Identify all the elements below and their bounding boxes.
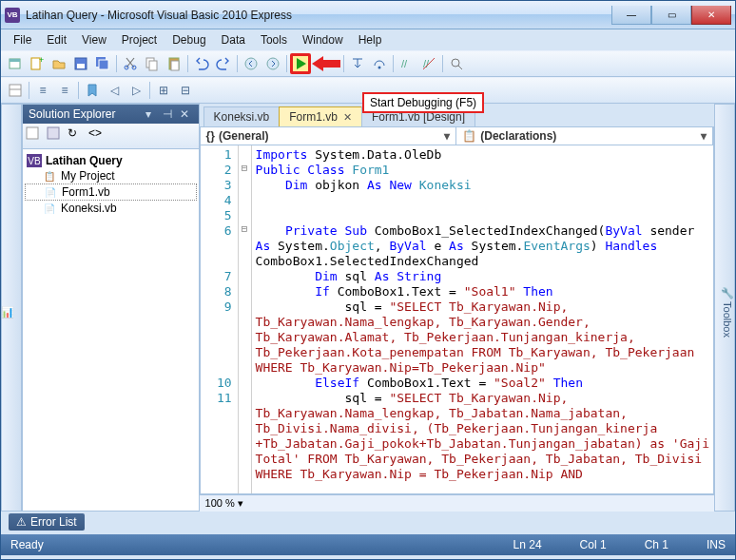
status-line: Ln 24 — [513, 538, 542, 551]
step-over-icon[interactable] — [369, 53, 390, 74]
panel-close-icon[interactable]: ✕ — [180, 107, 193, 121]
redo-icon[interactable] — [213, 53, 234, 74]
menu-help[interactable]: Help — [352, 31, 389, 48]
panel-dropdown-icon[interactable]: ▾ — [145, 107, 159, 121]
comment-icon[interactable]: // — [397, 53, 417, 74]
solution-explorer: Solution Explorer ▾ ⊣ ✕ ↻ <> VB Latihan … — [22, 104, 200, 512]
start-debug-button[interactable] — [290, 53, 311, 74]
new-project-icon[interactable] — [5, 53, 26, 74]
panel-title: Solution Explorer — [29, 107, 115, 121]
status-ins: INS — [707, 538, 726, 551]
code-text[interactable]: Imports System.Data.OleDb Public Class F… — [252, 145, 713, 493]
status-ch: Ch 1 — [645, 538, 668, 551]
status-col: Col 1 — [580, 538, 607, 551]
outdent-icon[interactable]: ≡ — [54, 80, 75, 101]
menu-file[interactable]: File — [7, 31, 38, 48]
form-icon: 📄 — [43, 185, 58, 199]
statusbar: Ready Ln 24 Col 1 Ch 1 INS — [1, 534, 735, 555]
start-debug-tooltip: Start Debugging (F5) — [362, 92, 484, 113]
tree-item-myproject[interactable]: 📋 My Project — [25, 168, 197, 183]
add-item-icon[interactable]: + — [27, 53, 48, 74]
editor-zone: Koneksi.vb Form1.vb✕ Form1.vb [Design] {… — [200, 104, 714, 512]
svg-rect-24 — [10, 85, 21, 96]
scope-combo-left[interactable]: {} (General)▾ — [201, 127, 457, 145]
refresh-icon[interactable]: ↻ — [68, 126, 87, 145]
menu-data[interactable]: Data — [215, 31, 252, 48]
tree-item-form1[interactable]: 📄 Form1.vb — [25, 183, 197, 201]
minimize-button[interactable]: — — [611, 6, 651, 25]
svg-rect-27 — [48, 127, 59, 139]
toggle-icon[interactable]: ⊞ — [153, 80, 174, 101]
svg-point-14 — [245, 58, 257, 69]
uncomment-icon[interactable]: // — [418, 53, 439, 74]
toggle2-icon[interactable]: ⊟ — [175, 80, 196, 101]
svg-rect-1 — [10, 59, 20, 62]
zoom-indicator[interactable]: 100 % ▾ — [200, 494, 714, 512]
svg-rect-5 — [77, 64, 85, 68]
vb-project-icon: VB — [27, 154, 42, 167]
svg-rect-11 — [149, 61, 157, 70]
tab-form1[interactable]: Form1.vb✕ — [279, 106, 362, 126]
view-code-icon[interactable]: <> — [88, 126, 107, 145]
undo-icon[interactable] — [191, 53, 212, 74]
vb-file-icon: 📄 — [42, 202, 57, 215]
step-into-icon[interactable] — [347, 53, 368, 74]
error-icon: ⚠ — [16, 515, 27, 529]
svg-text:+: + — [39, 56, 44, 65]
menu-debug[interactable]: Debug — [165, 31, 212, 48]
bookmark-prev-icon[interactable]: ◁ — [104, 80, 125, 101]
nav-back-icon[interactable] — [241, 53, 261, 74]
menu-edit[interactable]: Edit — [40, 31, 73, 48]
svg-rect-13 — [171, 61, 179, 70]
outline-gutter[interactable]: ⊟ ⊟ — [239, 145, 252, 493]
paste-icon[interactable] — [164, 53, 184, 74]
menu-window[interactable]: Window — [296, 31, 350, 48]
menubar: File Edit View Project Debug Data Tools … — [1, 29, 735, 50]
error-list-tab[interactable]: ⚠ Error List — [9, 513, 85, 531]
bookmark-icon[interactable] — [82, 80, 103, 101]
save-all-icon[interactable] — [92, 53, 113, 74]
maximize-button[interactable]: ▭ — [651, 6, 691, 25]
code-editor[interactable]: 123456 789 1011 ⊟ ⊟ Imports System.Data.… — [200, 145, 714, 494]
tree-item-koneksi[interactable]: 📄 Koneksi.vb — [25, 201, 197, 216]
copy-icon[interactable] — [142, 53, 163, 74]
main-toolbar: + // // — [1, 50, 735, 77]
svg-text://: // — [401, 58, 408, 69]
namespace-icon: {} — [206, 129, 215, 143]
bookmark-next-icon[interactable]: ▷ — [126, 80, 146, 101]
open-icon[interactable] — [48, 53, 69, 74]
svg-point-18 — [378, 67, 381, 69]
chevron-down-icon: ▾ — [444, 129, 450, 143]
menu-view[interactable]: View — [75, 31, 113, 48]
solution-tree: VB Latihan Query 📋 My Project 📄 Form1.vb… — [23, 149, 199, 220]
app-icon: VB — [5, 8, 20, 23]
data-sources-tab[interactable]: 📊Data Sources — [1, 104, 22, 512]
svg-rect-26 — [27, 127, 38, 139]
project-node[interactable]: VB Latihan Query — [25, 153, 197, 168]
nav-fwd-icon[interactable] — [262, 53, 283, 74]
toolbox-tab[interactable]: 🔧 Toolbox — [722, 112, 734, 511]
find-icon[interactable] — [446, 53, 467, 74]
cut-icon[interactable] — [120, 53, 141, 74]
annotation-arrow-icon — [312, 54, 340, 73]
status-ready: Ready — [10, 538, 44, 551]
svg-line-23 — [458, 66, 462, 69]
panel-pin-icon[interactable]: ⊣ — [163, 107, 176, 121]
menu-project[interactable]: Project — [115, 31, 164, 48]
properties-icon[interactable] — [26, 126, 45, 145]
show-all-icon[interactable] — [47, 126, 66, 145]
save-icon[interactable] — [70, 53, 91, 74]
line-number-gutter: 123456 789 1011 — [201, 145, 239, 493]
indent-icon[interactable]: ≡ — [32, 80, 53, 101]
object-browser-icon[interactable] — [5, 80, 26, 101]
menu-tools[interactable]: Tools — [254, 31, 294, 48]
svg-marker-16 — [297, 58, 306, 69]
window-title: Latihan Query - Microsoft Visual Basic 2… — [26, 9, 611, 22]
scope-combo-right[interactable]: 📋 (Declarations)▾ — [456, 127, 713, 145]
close-button[interactable]: ✕ — [691, 6, 731, 25]
bottom-panel-tabs: ⚠ Error List — [1, 512, 735, 534]
tab-koneksi[interactable]: Koneksi.vb — [203, 106, 281, 126]
tab-close-icon[interactable]: ✕ — [343, 111, 352, 124]
myproject-icon: 📋 — [42, 169, 57, 183]
titlebar: VB Latihan Query - Microsoft Visual Basi… — [1, 1, 735, 29]
